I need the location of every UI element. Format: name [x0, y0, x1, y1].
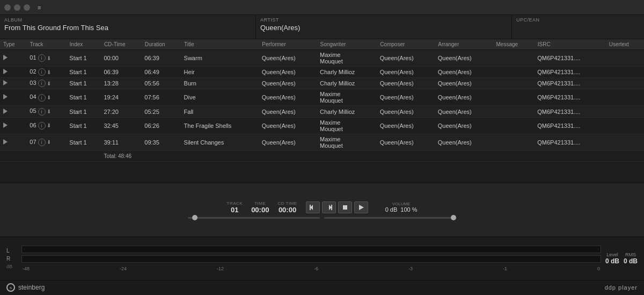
info-icon[interactable]: i — [38, 94, 46, 102]
cell-composer: Queen(Ares) — [377, 117, 435, 134]
level-value: 0 dB — [605, 257, 619, 265]
col-arranger: Arranger — [435, 39, 493, 50]
title-bar: ≡ — [0, 0, 644, 15]
cell-type[interactable] — [0, 117, 26, 134]
download-icon[interactable]: ⬇ — [47, 139, 51, 145]
cell-index: Start 1 — [66, 50, 100, 67]
cell-duration: 06:26 — [141, 117, 180, 134]
info-icon[interactable]: i — [38, 139, 46, 146]
col-usertext: Usertext — [605, 39, 644, 50]
info-icon[interactable]: i — [38, 80, 46, 87]
transport-slider[interactable] — [188, 217, 320, 219]
volume-slider-thumb[interactable] — [451, 215, 456, 220]
cell-track: 04 i ⬇ — [26, 89, 66, 106]
download-icon[interactable]: ⬇ — [47, 55, 51, 61]
rms-label: RMS — [625, 252, 636, 257]
table-row[interactable]: 04 i ⬇ Start 1 19:24 07:56 Dive Queen(Ar… — [0, 89, 644, 106]
transport-section: TRACK 01 TIME 00:00 CD TIME 00:00 — [0, 183, 644, 236]
svg-marker-5 — [359, 205, 364, 210]
cell-performer: Queen(Ares) — [259, 78, 317, 89]
table-row[interactable]: 02 i ⬇ Start 1 06:39 06:49 Heir Queen(Ar… — [0, 67, 644, 78]
cell-type[interactable] — [0, 67, 26, 78]
cell-index: Start 1 — [66, 106, 100, 117]
meter-db-label: dB — [6, 264, 17, 269]
cell-title: Fall — [181, 106, 259, 117]
transport-slider-thumb[interactable] — [192, 215, 197, 220]
cell-index: Start 1 — [66, 78, 100, 89]
col-message: Message — [493, 39, 534, 50]
download-icon[interactable]: ⬇ — [47, 109, 51, 114]
download-icon[interactable]: ⬇ — [47, 95, 51, 100]
level-label: Level — [606, 252, 618, 257]
download-icon[interactable]: ⬇ — [47, 69, 51, 75]
cell-track: 05 i ⬇ — [26, 106, 66, 117]
skip-forward-button[interactable] — [322, 202, 336, 213]
play-button[interactable] — [354, 202, 368, 213]
play-track-btn[interactable] — [3, 55, 8, 60]
play-track-btn[interactable] — [3, 69, 8, 74]
cell-type[interactable] — [0, 134, 26, 150]
cell-composer: Queen(Ares) — [377, 50, 435, 67]
info-icon[interactable]: i — [38, 68, 46, 76]
upc-label: UPC/EAN — [516, 17, 640, 23]
cell-performer: Queen(Ares) — [259, 67, 317, 78]
download-icon[interactable]: ⬇ — [47, 81, 51, 87]
table-row[interactable]: 01 i ⬇ Start 1 00:00 06:39 Swarm Queen(A… — [0, 50, 644, 67]
table-row[interactable]: 03 i ⬇ Start 1 13:28 05:56 Burn Queen(Ar… — [0, 78, 644, 89]
meter-lr-labels: L R dB — [6, 248, 17, 269]
play-track-btn[interactable] — [3, 109, 8, 114]
info-icon[interactable]: i — [38, 108, 46, 116]
cell-composer: Queen(Ares) — [377, 78, 435, 89]
table-row[interactable]: 05 i ⬇ Start 1 27:20 05:25 Fall Queen(Ar… — [0, 106, 644, 117]
cell-title: Dive — [181, 89, 259, 106]
cell-cdtime: 13:28 — [100, 78, 141, 89]
skip-back-button[interactable] — [306, 202, 320, 213]
cell-arranger: Queen(Ares) — [435, 134, 493, 150]
info-icon[interactable]: i — [38, 122, 46, 129]
stop-button[interactable] — [338, 202, 352, 213]
cell-type[interactable] — [0, 50, 26, 67]
cell-type[interactable] — [0, 106, 26, 117]
time-value: 00:00 — [251, 206, 269, 214]
table-row[interactable]: 07 i ⬇ Start 1 39:11 09:35 Silent Change… — [0, 134, 644, 150]
download-icon[interactable]: ⬇ — [47, 123, 51, 128]
cell-usertext — [605, 50, 644, 67]
play-track-btn[interactable] — [3, 139, 8, 145]
cell-type[interactable] — [0, 89, 26, 106]
cell-performer: Queen(Ares) — [259, 117, 317, 134]
transport-controls — [306, 202, 368, 213]
cell-isrc: QM6P421331.... — [534, 67, 605, 78]
cell-type[interactable] — [0, 78, 26, 89]
scale-48: -48 — [23, 266, 30, 271]
cell-title: Heir — [181, 67, 259, 78]
track-label: TRACK — [227, 201, 243, 206]
cell-track: 06 i ⬇ — [26, 117, 66, 134]
cell-cdtime: 39:11 — [100, 134, 141, 150]
play-track-btn[interactable] — [3, 80, 8, 85]
col-isrc: ISRC — [534, 39, 605, 50]
cell-songwriter: Maxime Mouquet — [317, 50, 377, 67]
menu-icon[interactable]: ≡ — [38, 4, 41, 11]
cell-usertext — [605, 78, 644, 89]
table-header-row: Type Track Index CD-Time Duration Title … — [0, 39, 644, 50]
cell-cdtime: 27:20 — [100, 106, 141, 117]
volume-label: VOLUME — [392, 202, 411, 206]
play-track-btn[interactable] — [3, 94, 8, 99]
col-songwriter: Songwriter — [317, 39, 377, 50]
cell-usertext — [605, 89, 644, 106]
maximize-btn[interactable] — [24, 4, 30, 11]
cell-message — [493, 50, 534, 67]
cell-performer: Queen(Ares) — [259, 106, 317, 117]
minimize-btn[interactable] — [14, 4, 20, 11]
cell-duration: 06:39 — [141, 50, 180, 67]
close-btn[interactable] — [4, 4, 11, 11]
table-row[interactable]: 06 i ⬇ Start 1 32:45 06:26 The Fragile S… — [0, 117, 644, 134]
transport-info: TRACK 01 TIME 00:00 CD TIME 00:00 — [227, 201, 297, 214]
col-type: Type — [0, 39, 26, 50]
cell-message — [493, 117, 534, 134]
play-track-btn[interactable] — [3, 123, 8, 128]
info-icon[interactable]: i — [38, 54, 46, 62]
volume-slider[interactable] — [324, 217, 456, 219]
total-label: Total: 48:46 — [100, 150, 180, 161]
meter-reading-group: Level 0 dB RMS 0 dB — [605, 252, 638, 265]
